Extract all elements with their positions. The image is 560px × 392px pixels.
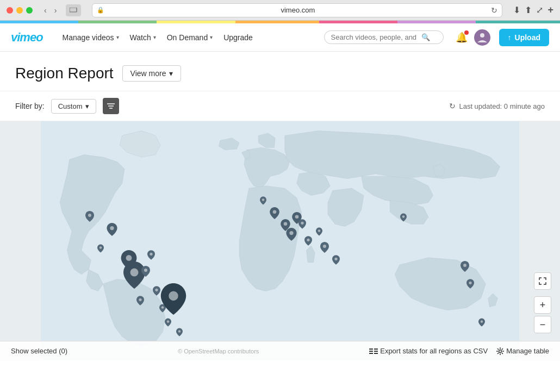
- last-updated: ↻ Last updated: 0 minute ago: [449, 102, 545, 110]
- map-attribution: © OpenStreetMap contributors: [178, 348, 259, 354]
- svg-rect-34: [369, 351, 373, 352]
- map-pin[interactable]: [286, 228, 297, 241]
- view-more-button[interactable]: View more ▾: [122, 65, 182, 82]
- map-pin[interactable]: [320, 242, 329, 253]
- svg-point-23: [295, 215, 299, 219]
- notification-badge: [464, 30, 469, 35]
- nav-upgrade[interactable]: Upgrade: [219, 30, 257, 45]
- svg-rect-38: [374, 353, 378, 354]
- svg-point-17: [169, 291, 178, 301]
- topnav: vimeo Manage videos ▾ Watch ▾ On Demand …: [0, 23, 560, 52]
- minus-icon: −: [540, 319, 546, 331]
- svg-point-16: [167, 321, 170, 323]
- nav-manage-videos[interactable]: Manage videos ▾: [58, 30, 123, 45]
- map-pin[interactable]: [160, 283, 187, 315]
- address-bar[interactable]: 🔒 vimeo.com ↻: [92, 3, 502, 17]
- svg-point-28: [334, 258, 337, 260]
- map-pin[interactable]: [107, 223, 117, 236]
- refresh-icon: ↻: [449, 102, 456, 110]
- map-pin[interactable]: [461, 261, 469, 272]
- titlebar: ‹ › 🔒 vimeo.com ↻ ⬇ ⬆ ⤢ +: [0, 0, 560, 21]
- svg-point-18: [178, 330, 181, 333]
- svg-point-13: [150, 253, 152, 256]
- manage-table-button[interactable]: Manage table: [496, 347, 549, 355]
- tab-view-button[interactable]: [66, 4, 81, 16]
- pins-layer: [0, 121, 560, 360]
- new-tab-button[interactable]: +: [547, 4, 553, 16]
- map-pin[interactable]: [141, 266, 150, 277]
- svg-point-8: [110, 226, 114, 230]
- minimize-button[interactable]: [16, 7, 23, 14]
- back-button[interactable]: ‹: [41, 5, 49, 16]
- show-selected: Show selected (0): [11, 347, 67, 355]
- tab-icon: [70, 8, 77, 13]
- download-button[interactable]: ⬇: [513, 5, 520, 15]
- fullscreen-browser-button[interactable]: ⤢: [536, 5, 543, 15]
- map-pin[interactable]: [136, 296, 144, 306]
- share-button[interactable]: ⬆: [525, 5, 532, 15]
- svg-point-32: [481, 321, 483, 323]
- avatar-button[interactable]: [474, 29, 490, 46]
- search-bar[interactable]: 🔍: [324, 30, 444, 44]
- map-pin[interactable]: [332, 255, 340, 265]
- svg-point-7: [99, 246, 102, 249]
- filter-icon: [107, 103, 115, 109]
- avatar: [474, 29, 490, 46]
- svg-rect-35: [369, 353, 373, 354]
- map-pin[interactable]: [466, 279, 474, 289]
- chevron-down-icon: ▾: [210, 34, 213, 40]
- svg-point-11: [139, 298, 141, 301]
- reload-button[interactable]: ↻: [491, 6, 497, 15]
- svg-rect-0: [70, 8, 77, 12]
- svg-point-25: [307, 238, 309, 241]
- map-pin[interactable]: [298, 219, 306, 229]
- zoom-in-button[interactable]: +: [534, 296, 551, 314]
- svg-rect-36: [374, 349, 378, 350]
- chevron-down-icon: ▾: [153, 34, 156, 40]
- map-pin[interactable]: [165, 318, 171, 327]
- notifications-button[interactable]: 🔔: [456, 32, 468, 43]
- nav-watch[interactable]: Watch ▾: [126, 30, 160, 45]
- close-button[interactable]: [7, 7, 13, 14]
- map-pin[interactable]: [400, 213, 407, 222]
- svg-point-26: [318, 229, 321, 232]
- page-header: Region Report View more ▾: [0, 52, 560, 91]
- map-pin[interactable]: [147, 250, 155, 260]
- map-pin[interactable]: [176, 328, 183, 337]
- map-pin[interactable]: [478, 318, 485, 327]
- zoom-out-button[interactable]: −: [534, 316, 551, 333]
- export-csv-button[interactable]: Export stats for all regions as CSV: [369, 347, 488, 355]
- svg-point-39: [499, 350, 502, 352]
- nav-arrows: ‹ ›: [41, 5, 59, 16]
- svg-point-29: [402, 215, 405, 218]
- filter-bar: Filter by: Custom ▾ ↻ Last updated: 0 mi…: [0, 91, 560, 121]
- nav-on-demand[interactable]: On Demand ▾: [163, 30, 217, 45]
- maximize-button[interactable]: [26, 7, 33, 14]
- search-input[interactable]: [331, 33, 418, 41]
- svg-point-22: [289, 231, 293, 235]
- map-pin[interactable]: [153, 286, 160, 296]
- bottom-bar: Show selected (0) © OpenStreetMap contri…: [0, 341, 560, 360]
- fullscreen-icon: [539, 277, 546, 285]
- map-pin[interactable]: [260, 196, 266, 205]
- upload-button[interactable]: ↑ Upload: [499, 29, 549, 46]
- svg-point-14: [155, 289, 158, 291]
- svg-point-27: [323, 245, 326, 248]
- svg-rect-37: [374, 351, 378, 352]
- vimeo-logo: vimeo: [11, 30, 43, 45]
- forward-button[interactable]: ›: [52, 5, 60, 16]
- lock-icon: 🔒: [97, 7, 104, 14]
- map-pin[interactable]: [85, 211, 94, 222]
- user-icon: [476, 32, 488, 43]
- fullscreen-map-button[interactable]: [534, 272, 551, 290]
- map-container[interactable]: + − Show selected (0) © OpenStreetMap co…: [0, 121, 560, 360]
- chevron-down-icon: ▾: [169, 69, 173, 78]
- filter-custom-dropdown[interactable]: Custom ▾: [51, 99, 97, 114]
- svg-point-19: [262, 198, 265, 201]
- map-pin[interactable]: [270, 207, 279, 219]
- map-pin[interactable]: [304, 236, 312, 246]
- map-pin[interactable]: [97, 244, 104, 253]
- map-pin[interactable]: [316, 227, 322, 236]
- svg-point-10: [130, 269, 139, 277]
- filter-icon-button[interactable]: [103, 98, 119, 114]
